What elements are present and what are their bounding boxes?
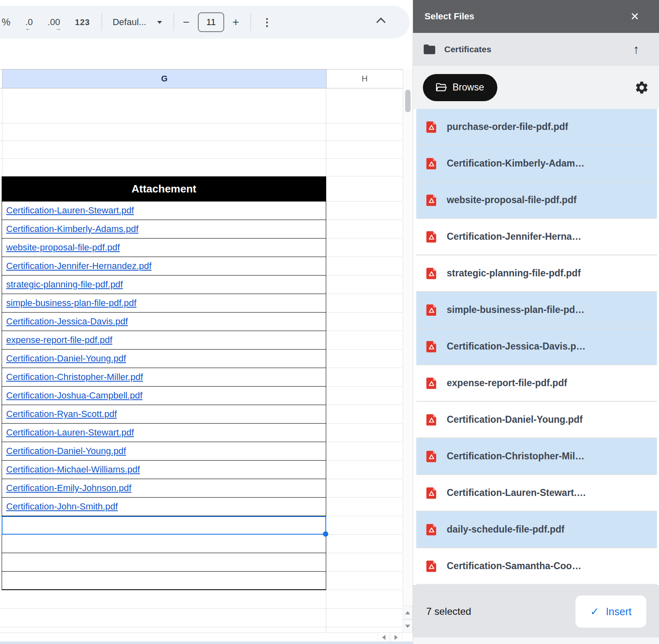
pdf-file-icon	[425, 450, 438, 463]
file-link[interactable]: Certification-Jessica-Davis.pdf	[6, 316, 128, 327]
selected-count-label: 7 selected	[426, 606, 471, 617]
file-item[interactable]: Certification-Jessica-Davis.p…	[416, 329, 657, 365]
percent-format-button[interactable]: %	[2, 16, 10, 28]
sheet-row[interactable]: Certification-Christopher-Miller.pdf	[2, 368, 326, 387]
gridline-vertical	[2, 88, 2, 176]
file-item[interactable]: Certification-Jennifer-Herna…	[416, 219, 657, 255]
fill-handle[interactable]	[323, 531, 328, 537]
file-link[interactable]: Certification-Kimberly-Adams.pdf	[6, 224, 139, 234]
file-link[interactable]: simple-business-plan-file-pdf.pdf	[6, 298, 137, 308]
file-link[interactable]: Certification-Michael-Williams.pdf	[6, 464, 140, 475]
toolbar-divider	[102, 14, 102, 31]
file-link[interactable]: Certification-Christopher-Miller.pdf	[6, 372, 143, 382]
font-size-input[interactable]: 11	[198, 12, 224, 32]
scroll-left-button[interactable]	[378, 633, 390, 642]
vertical-scrollbar-thumb[interactable]	[405, 90, 411, 112]
file-link[interactable]: Certification-Jennifer-Hernandez.pdf	[6, 261, 151, 271]
file-item[interactable]: Certification-Samantha-Coo…	[416, 548, 657, 585]
file-item[interactable]: Certification-Kimberly-Adam…	[416, 146, 657, 182]
scroll-down-button[interactable]	[403, 619, 413, 633]
file-link[interactable]: Certification-Daniel-Young.pdf	[6, 446, 126, 456]
file-link[interactable]: Certification-Daniel-Young.pdf	[6, 353, 126, 364]
sheet-row[interactable]: Certification-Lauren-Stewart.pdf	[2, 202, 326, 220]
vertical-scrollbar[interactable]	[403, 69, 413, 606]
file-link[interactable]: expense-report-file-pdf.pdf	[6, 335, 112, 345]
file-item[interactable]: expense-report-file-pdf.pdf	[416, 365, 657, 402]
increase-decimals-button[interactable]: .00 →	[48, 17, 60, 28]
file-link[interactable]: Certification-Emily-Johnson.pdf	[6, 483, 131, 493]
file-item[interactable]: Certification-Lauren-Stewart.…	[416, 475, 657, 512]
file-name: Certification-Jessica-Davis.p…	[447, 341, 585, 352]
sheet-row[interactable]: website-proposal-file-pdf.pdf	[2, 239, 326, 257]
sheet-row[interactable]: Certification-Jennifer-Hernandez.pdf	[2, 257, 326, 276]
file-item[interactable]: purchase-order-file-pdf.pdf	[416, 109, 657, 146]
sheet-row[interactable]: expense-report-file-pdf.pdf	[2, 331, 326, 350]
sheet-table-header-cell[interactable]: Attachement	[2, 176, 326, 202]
sheet-empty-row[interactable]	[2, 572, 326, 590]
browse-button[interactable]: Browse	[423, 74, 497, 101]
close-icon[interactable]: ✕	[630, 10, 639, 23]
sheet-empty-row[interactable]	[2, 553, 326, 572]
file-item[interactable]: Certification-Daniel-Young.pdf	[416, 402, 657, 438]
select-files-panel: Select Files ✕ Certificates ↑ Browse pur…	[413, 0, 659, 644]
font-dropdown-caret-icon[interactable]	[157, 21, 162, 24]
insert-button[interactable]: ✓ Insert	[575, 595, 646, 628]
decrease-decimals-button[interactable]: .0 ←	[25, 17, 32, 28]
pdf-file-icon	[425, 524, 438, 536]
collapse-toolbar-button[interactable]	[378, 19, 384, 25]
file-link[interactable]: Certification-John-Smith.pdf	[6, 501, 118, 512]
sheet-row[interactable]: Certification-Kimberly-Adams.pdf	[2, 220, 326, 239]
more-options-button[interactable]: ⋮	[262, 16, 272, 29]
current-folder-row[interactable]: Certificates ↑	[413, 33, 659, 66]
gridline	[0, 158, 402, 159]
file-item[interactable]: strategic-planning-file-pdf.pdf	[416, 255, 657, 292]
triangle-down-icon	[405, 625, 410, 628]
scroll-right-button[interactable]	[390, 633, 402, 642]
sheet-row[interactable]: Certification-Daniel-Young.pdf	[2, 442, 326, 461]
gear-icon[interactable]	[634, 80, 649, 95]
sheet-empty-row[interactable]	[2, 535, 326, 553]
sheet-row[interactable]: Certification-Lauren-Stewart.pdf	[2, 424, 326, 442]
sheet-row[interactable]: Certification-Jessica-Davis.pdf	[2, 313, 326, 331]
sheet-row[interactable]: Certification-Ryan-Scott.pdf	[2, 405, 326, 424]
column-header-g[interactable]: G	[2, 69, 326, 88]
folder-up-icon[interactable]: ↑	[633, 42, 639, 56]
file-item[interactable]: daily-schedule-file-pdf.pdf	[416, 512, 657, 548]
file-link[interactable]: Certification-Ryan-Scott.pdf	[6, 409, 117, 419]
pdf-file-icon	[425, 377, 438, 389]
sheet-row[interactable]: Certification-Joshua-Campbell.pdf	[2, 387, 326, 405]
gridline	[0, 123, 402, 123]
pdf-file-icon	[425, 121, 438, 133]
file-item[interactable]: Certification-Christopher-Mil…	[416, 438, 657, 475]
sheet-row[interactable]: strategic-planning-file-pdf.pdf	[2, 276, 326, 294]
file-item[interactable]: website-proposal-file-pdf.pdf	[416, 182, 657, 219]
sheet-row[interactable]: simple-business-plan-file-pdf.pdf	[2, 294, 326, 313]
file-link[interactable]: strategic-planning-file-pdf.pdf	[6, 279, 123, 290]
number-format-button[interactable]: 123	[75, 18, 90, 27]
file-name: purchase-order-file-pdf.pdf	[447, 121, 568, 132]
file-name: expense-report-file-pdf.pdf	[447, 378, 567, 389]
font-family-dropdown[interactable]: Defaul...	[113, 17, 146, 28]
sheet-row[interactable]: Certification-John-Smith.pdf	[2, 498, 326, 516]
file-link[interactable]: Certification-Lauren-Stewart.pdf	[6, 427, 134, 438]
file-link[interactable]: Certification-Joshua-Campbell.pdf	[6, 390, 142, 401]
file-name: Certification-Kimberly-Adam…	[447, 158, 585, 169]
file-link[interactable]: Certification-Lauren-Stewart.pdf	[6, 205, 134, 216]
file-name: Certification-Samantha-Coo…	[447, 561, 581, 572]
file-item[interactable]: simple-business-plan-file-pd…	[416, 292, 657, 329]
toolbar-divider	[174, 14, 174, 31]
decrease-font-size-button[interactable]: −	[183, 16, 190, 29]
active-cell-selection[interactable]	[2, 516, 326, 535]
sheet-row[interactable]: Certification-Michael-Williams.pdf	[2, 461, 326, 479]
sheet-table: Certification-Lauren-Stewart.pdf Certifi…	[2, 202, 326, 516]
horizontal-scrollbar[interactable]	[0, 632, 413, 642]
sheet-row[interactable]: Certification-Daniel-Young.pdf	[2, 350, 326, 368]
triangle-left-icon	[382, 635, 385, 640]
sheet-row[interactable]: Certification-Emily-Johnson.pdf	[2, 479, 326, 498]
column-header-h[interactable]: H	[326, 69, 403, 88]
file-name: daily-schedule-file-pdf.pdf	[447, 524, 564, 535]
increase-font-size-button[interactable]: +	[232, 16, 239, 29]
vertical-scrollbar-arrows	[403, 606, 413, 633]
scroll-up-button[interactable]	[403, 606, 413, 619]
file-link[interactable]: website-proposal-file-pdf.pdf	[6, 242, 120, 253]
